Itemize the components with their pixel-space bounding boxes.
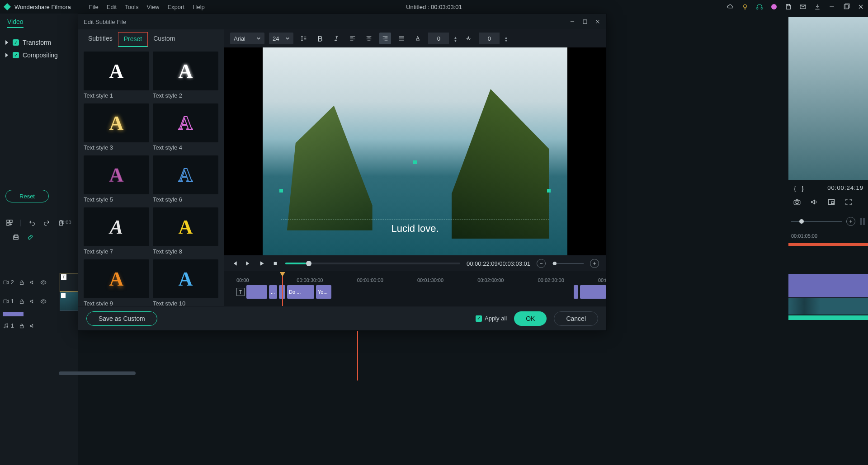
undo-icon[interactable] [28, 219, 36, 227]
zoom-slider[interactable] [791, 221, 842, 222]
stop-button[interactable] [272, 260, 279, 267]
subtitle-segment[interactable]: Yo... [316, 285, 331, 299]
mark-out-icon[interactable]: } [802, 184, 804, 192]
italic-button[interactable] [330, 33, 342, 44]
crop-icon[interactable] [12, 233, 20, 241]
prev-frame-button[interactable] [231, 260, 238, 267]
line-spacing-input[interactable]: 0 [479, 33, 500, 44]
tab-custom[interactable]: Custom [148, 32, 180, 47]
mark-in-icon[interactable]: { [794, 184, 796, 192]
link-icon[interactable] [26, 233, 34, 241]
redo-icon[interactable] [42, 219, 51, 227]
preset-card[interactable]: AText style 8 [153, 207, 218, 255]
preset-card[interactable]: AText style 2 [153, 52, 218, 99]
window-close-icon[interactable] [857, 3, 864, 10]
save-icon[interactable] [785, 3, 792, 10]
preset-card[interactable]: AText style 4 [153, 103, 218, 151]
bold-button[interactable] [314, 33, 326, 44]
volume-icon[interactable] [810, 198, 818, 206]
mute-icon[interactable] [29, 298, 36, 305]
line-height-icon[interactable] [298, 33, 310, 44]
dialog-minimize-icon[interactable] [569, 19, 576, 25]
track-header-video-2[interactable]: 2 T [3, 273, 78, 292]
reset-button[interactable]: Reset [5, 190, 49, 202]
preset-card[interactable]: AText style 10 [153, 259, 218, 306]
preset-card[interactable]: AText style 9 [84, 259, 149, 306]
lock-icon[interactable] [19, 298, 25, 305]
main-video-clip[interactable] [788, 274, 868, 297]
timeline-scrollbar[interactable] [59, 371, 136, 375]
subtitle-segment[interactable]: Do ... [287, 285, 314, 299]
lock-icon[interactable] [19, 323, 25, 329]
window-maximize-icon[interactable] [843, 3, 850, 10]
tracking-icon[interactable] [462, 33, 474, 44]
resize-handle-icon[interactable] [279, 189, 283, 193]
tab-subtitles[interactable]: Subtitles [83, 32, 118, 47]
ok-button[interactable]: OK [514, 311, 547, 326]
download-icon[interactable] [814, 3, 821, 10]
dialog-close-icon[interactable] [594, 19, 601, 25]
line-spacing-stepper[interactable]: ▲▼ [504, 36, 509, 42]
font-select[interactable]: Arial [230, 33, 264, 44]
idea-icon[interactable] [741, 3, 749, 10]
fullscreen-icon[interactable] [844, 198, 853, 206]
preset-card[interactable]: AText style 5 [84, 155, 149, 203]
align-left-button[interactable] [347, 33, 359, 44]
headset-icon[interactable] [756, 3, 763, 10]
next-frame-button[interactable] [245, 260, 252, 267]
window-minimize-icon[interactable] [828, 3, 835, 10]
subtitle-preview[interactable]: Lucid love. [224, 47, 606, 255]
text-selection-box[interactable] [281, 162, 549, 220]
menu-help[interactable]: Help [193, 4, 205, 10]
resize-handle-icon[interactable] [547, 189, 551, 193]
subtitle-playhead[interactable] [282, 272, 283, 306]
preset-card[interactable]: AText style 7 [84, 207, 149, 255]
eye-icon[interactable] [40, 279, 47, 286]
subtitle-segment[interactable] [574, 285, 578, 299]
resize-handle-icon[interactable] [413, 160, 417, 164]
menu-view[interactable]: View [146, 4, 159, 10]
menu-edit[interactable]: Edit [107, 4, 117, 10]
preset-card[interactable]: AText style 1 [84, 52, 149, 99]
tab-preset[interactable]: Preset [118, 32, 148, 47]
add-track-icon[interactable] [5, 219, 14, 227]
avatar-icon[interactable] [770, 3, 778, 10]
progress-slider[interactable] [285, 263, 460, 264]
zoom-out-button[interactable]: − [537, 259, 546, 268]
eye-icon[interactable] [40, 298, 47, 305]
cancel-button[interactable]: Cancel [554, 311, 598, 326]
apply-all-checkbox[interactable]: ✓ Apply all [476, 315, 507, 322]
save-as-custom-button[interactable]: Save as Custom [86, 311, 157, 326]
play-button[interactable] [258, 260, 265, 267]
pip-icon[interactable] [827, 198, 835, 206]
cloud-icon[interactable] [727, 3, 734, 10]
lock-icon[interactable] [19, 279, 25, 286]
inspector-section-transform[interactable]: ✓ Transform [0, 36, 78, 49]
subtitle-segment[interactable] [580, 285, 606, 299]
text-color-button[interactable] [412, 33, 424, 44]
align-right-button[interactable] [379, 33, 391, 44]
checkbox-icon[interactable]: ✓ [13, 52, 19, 58]
char-spacing-input[interactable]: 0 [428, 33, 449, 44]
track-header-video-1[interactable]: 1 [3, 292, 78, 311]
align-justify-button[interactable] [396, 33, 407, 44]
menu-export[interactable]: Export [167, 4, 184, 10]
checkbox-icon[interactable]: ✓ [13, 39, 19, 46]
zoom-slider[interactable] [552, 263, 584, 264]
menu-file[interactable]: File [89, 4, 99, 10]
menu-tools[interactable]: Tools [125, 4, 138, 10]
mute-icon[interactable] [29, 279, 36, 286]
align-center-button[interactable] [363, 33, 375, 44]
subtitle-segment[interactable] [246, 285, 267, 299]
preset-card[interactable]: AText style 3 [84, 103, 149, 151]
mute-icon[interactable] [29, 323, 36, 329]
mail-icon[interactable] [799, 3, 807, 10]
char-spacing-stepper[interactable]: ▲▼ [453, 36, 458, 42]
inspector-section-compositing[interactable]: ✓ Compositing [0, 49, 78, 61]
main-footage-clip[interactable] [788, 298, 868, 315]
preset-card[interactable]: AText style 6 [153, 155, 218, 203]
zoom-in-button[interactable]: + [846, 217, 855, 226]
inspector-tab-video[interactable]: Video [7, 18, 24, 28]
zoom-in-button[interactable]: + [590, 259, 599, 268]
dialog-maximize-icon[interactable] [582, 19, 588, 25]
